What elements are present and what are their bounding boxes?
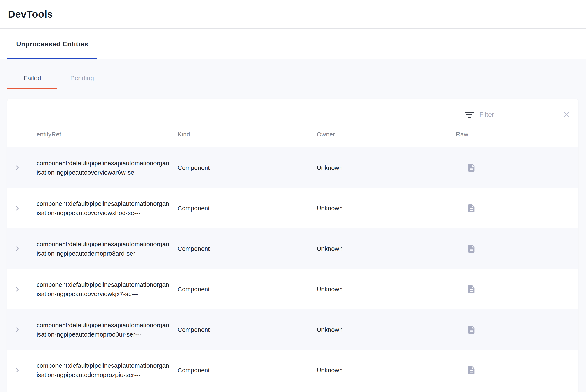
entityref-cell: component:default/pipelinesapiautomation… [36, 320, 170, 339]
app-header: DevTools [0, 0, 586, 29]
document-icon [466, 284, 476, 294]
secondary-tab-bar: Failed Pending [8, 59, 586, 90]
tab-failed[interactable]: Failed [8, 67, 57, 90]
expand-row-button[interactable] [12, 284, 23, 294]
table-row: component:default/pipelinesapiautomation… [8, 269, 578, 309]
kind-cell: Component [178, 245, 317, 252]
close-icon [562, 110, 571, 119]
kind-cell: Component [178, 205, 317, 212]
page-title: DevTools [8, 8, 53, 20]
document-icon [466, 366, 476, 375]
entityref-cell: component:default/pipelinesapiautomation… [36, 199, 170, 218]
secondary-tab-label: Pending [70, 74, 94, 82]
table-row: component:default/pipelinesapiautomation… [8, 188, 578, 228]
chevron-right-icon [13, 285, 22, 294]
view-raw-button[interactable] [466, 284, 477, 295]
owner-cell: Unknown [317, 326, 456, 333]
table-row: component:default/pipelinesapiautomation… [8, 148, 578, 188]
view-raw-button[interactable] [466, 203, 477, 214]
filter-input[interactable] [479, 111, 562, 118]
filter-list-icon [464, 110, 474, 119]
chevron-right-icon [13, 244, 22, 253]
entityref-cell: component:default/pipelinesapiautomation… [36, 280, 170, 298]
view-raw-button[interactable] [466, 324, 477, 335]
document-icon [466, 244, 476, 254]
primary-tab-label: Unprocessed Entities [16, 40, 88, 48]
table-row: component:default/pipelinesapiautomation… [8, 350, 578, 390]
owner-cell: Unknown [317, 286, 456, 293]
table-row: component:default/pipelinesapiautomation… [8, 228, 578, 269]
kind-cell: Component [178, 164, 317, 171]
table-header-row: entityRef Kind Owner Raw [8, 122, 578, 148]
document-icon [466, 325, 476, 334]
unprocessed-entities-card: entityRef Kind Owner Raw component:defau… [8, 99, 578, 392]
view-raw-button[interactable] [466, 162, 477, 173]
view-raw-button[interactable] [466, 243, 477, 254]
expand-row-button[interactable] [12, 162, 23, 173]
column-header-kind: Kind [178, 131, 317, 138]
column-header-owner: Owner [317, 131, 456, 138]
table-row: component:default/pipelinesapiautomation… [8, 309, 578, 350]
expand-row-button[interactable] [12, 365, 23, 376]
primary-tab-bar: Unprocessed Entities [0, 29, 586, 59]
document-icon [466, 163, 476, 172]
entityref-cell: component:default/pipelinesapiautomation… [36, 240, 170, 258]
expand-row-button[interactable] [12, 324, 23, 335]
owner-cell: Unknown [317, 245, 456, 252]
chevron-right-icon [13, 163, 22, 172]
clear-filter-button[interactable] [562, 110, 572, 120]
filter-field [464, 108, 572, 122]
owner-cell: Unknown [317, 367, 456, 374]
view-raw-button[interactable] [466, 364, 477, 376]
secondary-tab-indicator [8, 88, 57, 90]
document-icon [466, 204, 476, 213]
column-header-raw: Raw [456, 131, 578, 138]
table-body: component:default/pipelinesapiautomation… [8, 148, 578, 390]
filter-row [8, 99, 578, 122]
column-header-entityref: entityRef [36, 131, 178, 138]
page-content: Failed Pending entityRef [0, 59, 586, 392]
expand-row-button[interactable] [12, 243, 23, 254]
owner-cell: Unknown [317, 205, 456, 212]
entityref-cell: component:default/pipelinesapiautomation… [36, 158, 170, 177]
chevron-right-icon [13, 366, 22, 375]
kind-cell: Component [178, 286, 317, 293]
expand-row-button[interactable] [12, 203, 23, 214]
chevron-right-icon [13, 325, 22, 334]
owner-cell: Unknown [317, 164, 456, 171]
entityref-cell: component:default/pipelinesapiautomation… [36, 361, 170, 380]
tab-pending[interactable]: Pending [57, 67, 107, 90]
primary-tab-indicator [8, 58, 97, 59]
kind-cell: Component [178, 367, 317, 374]
kind-cell: Component [178, 326, 317, 333]
chevron-right-icon [13, 204, 22, 213]
secondary-tab-label: Failed [24, 74, 41, 82]
tab-unprocessed-entities[interactable]: Unprocessed Entities [8, 29, 97, 59]
